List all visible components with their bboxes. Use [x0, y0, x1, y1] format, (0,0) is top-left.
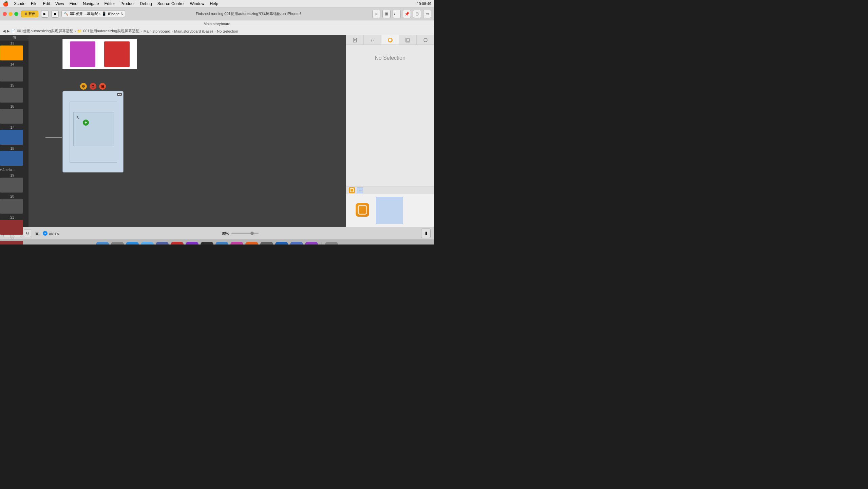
file-icon: 📄 [11, 29, 16, 33]
dock-finder[interactable]: 🗂 [96, 242, 109, 245]
dock-app2[interactable]: P [230, 242, 243, 245]
quick-help-tab[interactable]: {} [364, 35, 381, 44]
thumbnail-20[interactable]: 20 [0, 195, 24, 214]
dock-ftp[interactable]: F [245, 242, 258, 245]
dock-system-preferences[interactable]: ⚙️ [111, 242, 124, 245]
size-inspector-tab[interactable] [399, 35, 417, 44]
library-tab-uikit[interactable] [349, 187, 355, 193]
connections-tab-icon [423, 38, 428, 42]
dock-onenote[interactable]: N [186, 242, 199, 245]
list-view-button[interactable]: ≡ [372, 10, 380, 18]
connections-inspector-tab[interactable] [417, 35, 434, 44]
uiview-library-item[interactable] [349, 197, 376, 224]
stop-label: 暂停 [29, 12, 35, 16]
time-display: 10:08:49 [417, 2, 431, 6]
run-button[interactable]: ▶ [41, 10, 49, 18]
stop-icon: ⏸ [24, 12, 27, 16]
dock-app1[interactable]: 🔷 [215, 242, 228, 245]
outline-view-button[interactable]: ⊡ [24, 230, 31, 237]
stop-button[interactable]: ⏸ 暂停 [21, 11, 38, 17]
menu-editor[interactable]: Editor [105, 1, 115, 6]
iphone-wrapper: ——→ ■■ ↖ + [62, 91, 124, 173]
folder-icon: 📁 [77, 29, 82, 33]
split-view-button[interactable]: ⊟ [413, 10, 421, 18]
pin-button[interactable]: 📌 [403, 10, 411, 18]
thumbnail-21[interactable]: 21 [0, 216, 24, 235]
size-tab-icon [405, 38, 410, 42]
breadcrumb-item-4[interactable]: Main.storyboard (Base) [174, 29, 213, 33]
main-content: ⊞ 13 14 15 16 17 18 ▾ Autola... [0, 35, 434, 227]
dock-safari[interactable]: 🧭 [141, 242, 154, 245]
dock-xcode[interactable]: ✗ [171, 242, 184, 245]
breadcrumb-item-2[interactable]: 001使用autoresizing实现屏幕适配 [83, 29, 139, 34]
breadcrumb-item-1[interactable]: 001使用autoresizing实现屏幕适配 [17, 29, 73, 34]
breadcrumb: ◀ ▶ 📄 001使用autoresizing实现屏幕适配 › 📁 001使用a… [0, 27, 434, 35]
back-button[interactable]: ⟵ [393, 10, 401, 18]
bookmark-button[interactable]: ⊞ [382, 10, 391, 18]
dock-trash[interactable]: 🗑 [325, 242, 338, 245]
thumbnail-16[interactable]: 16 [0, 105, 24, 124]
identity-inspector-tab[interactable] [381, 35, 399, 44]
menu-navigate[interactable]: Navigate [83, 1, 99, 6]
document-title: Main.storyboard [204, 22, 230, 26]
menu-bar: 🍎 Xcode File Edit View Find Navigate Edi… [0, 0, 434, 7]
menu-help[interactable]: Help [210, 1, 218, 6]
inspector-button[interactable]: ▭ [423, 10, 431, 18]
menu-view[interactable]: View [55, 1, 64, 6]
menu-file[interactable]: File [31, 1, 37, 6]
sidebar-toggle-button[interactable]: ⊞ [13, 35, 16, 40]
file-inspector-tab[interactable] [346, 35, 364, 44]
thumbnail-13[interactable]: 13 [0, 41, 24, 60]
menu-find[interactable]: Find [70, 1, 77, 6]
stop-square-button[interactable]: ■ [51, 10, 59, 18]
apple-menu[interactable]: 🍎 [3, 1, 8, 6]
iphone-frame[interactable]: ■■ ↖ + [62, 91, 124, 173]
close-button[interactable] [3, 12, 7, 16]
plus-button[interactable]: + [83, 120, 89, 126]
dock-finder2[interactable]: 🗃 [156, 242, 169, 245]
breadcrumb-item-5[interactable]: No Selection [217, 29, 238, 33]
dock-xcode2[interactable]: A [290, 242, 303, 245]
svg-point-7 [424, 38, 427, 42]
thumbnail-17[interactable]: 17 [0, 126, 24, 145]
view-container: ↖ + [70, 102, 117, 163]
zoom-slider-thumb[interactable] [250, 232, 254, 235]
minimize-button[interactable] [8, 12, 13, 16]
menu-window[interactable]: Window [190, 1, 205, 6]
dock-word[interactable]: W [275, 242, 288, 245]
group-label-autola[interactable]: ▾ Autola... [0, 168, 24, 172]
device-icon: 📱 [102, 12, 107, 16]
menu-product[interactable]: Product [120, 1, 134, 6]
thumbnail-15[interactable]: 15 [0, 84, 24, 103]
menu-edit[interactable]: Edit [43, 1, 50, 6]
orange-scene-icon: ⊟ [99, 83, 106, 90]
device-label: iPhone 6 [108, 12, 122, 16]
maximize-button[interactable] [14, 12, 18, 16]
thumbnail-22[interactable]: 22 [0, 237, 24, 244]
status-bar: ■■ [117, 93, 122, 96]
pause-bottom-button[interactable]: ⏸ [421, 229, 431, 238]
storyboard-canvas[interactable]: ⚙ ⚙ ⊟ ——→ ■■ [29, 35, 346, 227]
scheme-label: 001使用...幕适配 [70, 11, 98, 16]
thumbnail-19[interactable]: 19 [0, 174, 24, 193]
menu-xcode[interactable]: Xcode [14, 1, 25, 6]
dock-launchpad[interactable]: 🚀 [126, 242, 139, 245]
breadcrumb-item-3[interactable]: Main.storyboard [144, 29, 170, 33]
thumbnail-18[interactable]: 18 [0, 147, 24, 166]
toolbar: ⏸ 暂停 ▶ ■ 🔨 001使用...幕适配 › 📱 iPhone 6 Fini… [0, 7, 434, 20]
object-library-toolbar: ▭ [346, 186, 434, 194]
sidebar-toggle-bottom[interactable]: ⊟ [34, 230, 40, 236]
dock-instruments[interactable]: A [305, 242, 318, 245]
dock-terminal[interactable]: $_ [201, 242, 213, 245]
menu-debug[interactable]: Debug [140, 1, 152, 6]
scheme-selector[interactable]: 🔨 001使用...幕适配 › 📱 iPhone 6 [61, 10, 125, 17]
identity-tab-icon [388, 38, 393, 42]
nav-forward-button[interactable]: ▶ [7, 29, 10, 33]
blue-rect-item[interactable] [376, 197, 403, 224]
menu-source-control[interactable]: Source Control [157, 1, 185, 6]
thumbnail-14[interactable]: 14 [0, 62, 24, 82]
dock-app3[interactable]: ⚙ [260, 242, 273, 245]
nav-back-button[interactable]: ◀ [3, 29, 5, 33]
zoom-slider-track[interactable] [231, 233, 259, 234]
library-tab-blue[interactable]: ▭ [357, 187, 363, 193]
